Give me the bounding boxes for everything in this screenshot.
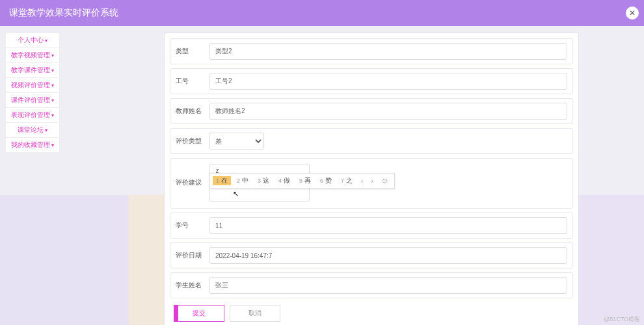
- chevron-down-icon: ▾: [45, 38, 47, 44]
- sidebar-item-forum[interactable]: 课堂论坛▾: [5, 122, 60, 138]
- input-date[interactable]: [209, 247, 567, 264]
- input-teacher[interactable]: [209, 103, 567, 120]
- submit-button[interactable]: 提交: [174, 305, 224, 322]
- chevron-down-icon: ▾: [51, 83, 54, 88]
- ime-candidate-bar: 1在 2中 3这 4做 5再 6赞 7之 ‹ › ☺: [209, 173, 395, 188]
- label-type: 类型: [176, 47, 209, 56]
- sidebar-item-courseware-eval[interactable]: 课件评价管理▾: [5, 92, 60, 108]
- chevron-down-icon: ▾: [51, 112, 54, 118]
- label-stuname: 学生姓名: [176, 281, 209, 290]
- sidebar: 个人中心▾ 教学视频管理▾ 教学课件管理▾ 视频评价管理▾ 课件评价管理▾ 表现…: [5, 32, 60, 325]
- ime-emoji-icon[interactable]: ☺: [379, 176, 392, 185]
- sidebar-item-profile[interactable]: 个人中心▾: [5, 32, 60, 48]
- row-type: 类型: [170, 38, 573, 64]
- ime-candidate[interactable]: 4做: [275, 176, 293, 185]
- ime-next-icon[interactable]: ›: [368, 177, 375, 185]
- label-suggest: 评价建议: [176, 164, 209, 187]
- watermark: @51CTO博客: [604, 315, 640, 324]
- ime-candidate[interactable]: 5再: [296, 176, 314, 185]
- chevron-down-icon: ▾: [51, 98, 54, 103]
- sidebar-item-video-eval[interactable]: 视频评价管理▾: [5, 77, 60, 93]
- row-evaltype: 评价类型 差: [170, 128, 573, 154]
- ime-candidate[interactable]: 7之: [338, 176, 356, 185]
- ime-prev-icon[interactable]: ‹: [358, 177, 366, 185]
- input-stuno[interactable]: [209, 217, 567, 234]
- input-type[interactable]: [209, 43, 567, 60]
- form-panel: 类型 工号 教师姓名 评价类型 差 评价建议 z: [164, 32, 579, 325]
- sidebar-item-video-mgmt[interactable]: 教学视频管理▾: [5, 47, 60, 63]
- ime-candidate[interactable]: 3这: [254, 176, 273, 185]
- ime-candidate[interactable]: 6赞: [317, 176, 335, 185]
- label-teacher: 教师姓名: [176, 107, 209, 116]
- button-row: 提交 取消: [170, 302, 573, 322]
- main-content: 类型 工号 教师姓名 评价类型 差 评价建议 z: [164, 32, 579, 318]
- row-stuname: 学生姓名: [170, 272, 573, 298]
- row-teacher: 教师姓名: [170, 98, 573, 124]
- cursor-icon: ↖: [233, 190, 239, 198]
- label-jobno: 工号: [176, 77, 209, 86]
- app-title: 课堂教学效果实时评价系统: [9, 7, 118, 19]
- label-date: 评价日期: [176, 251, 209, 260]
- chevron-down-icon: ▾: [51, 142, 54, 148]
- sidebar-item-favorites[interactable]: 我的收藏管理▾: [5, 137, 60, 153]
- row-stuno: 学号: [170, 213, 573, 239]
- cancel-button[interactable]: 取消: [230, 305, 280, 322]
- close-icon[interactable]: ✕: [626, 6, 639, 20]
- label-stuno: 学号: [176, 221, 209, 230]
- input-jobno[interactable]: [209, 73, 567, 90]
- select-evaltype[interactable]: 差: [209, 133, 264, 150]
- row-suggest: 评价建议 z 1在 2中 3这 4做 5再 6赞 7之 ‹ › ☺: [170, 158, 573, 209]
- sidebar-item-performance-eval[interactable]: 表现评价管理▾: [5, 107, 60, 123]
- sidebar-item-courseware-mgmt[interactable]: 教学课件管理▾: [5, 62, 60, 78]
- chevron-down-icon: ▾: [51, 53, 54, 58]
- row-date: 评价日期: [170, 242, 573, 268]
- app-header: 课堂教学效果实时评价系统 ✕: [0, 0, 644, 26]
- chevron-down-icon: ▾: [45, 127, 47, 133]
- input-stuname[interactable]: [209, 277, 567, 294]
- chevron-down-icon: ▾: [51, 68, 54, 73]
- label-evaltype: 评价类型: [176, 136, 209, 146]
- row-jobno: 工号: [170, 68, 573, 94]
- ime-candidate[interactable]: 2中: [234, 176, 252, 185]
- ime-candidate[interactable]: 1在: [213, 176, 231, 185]
